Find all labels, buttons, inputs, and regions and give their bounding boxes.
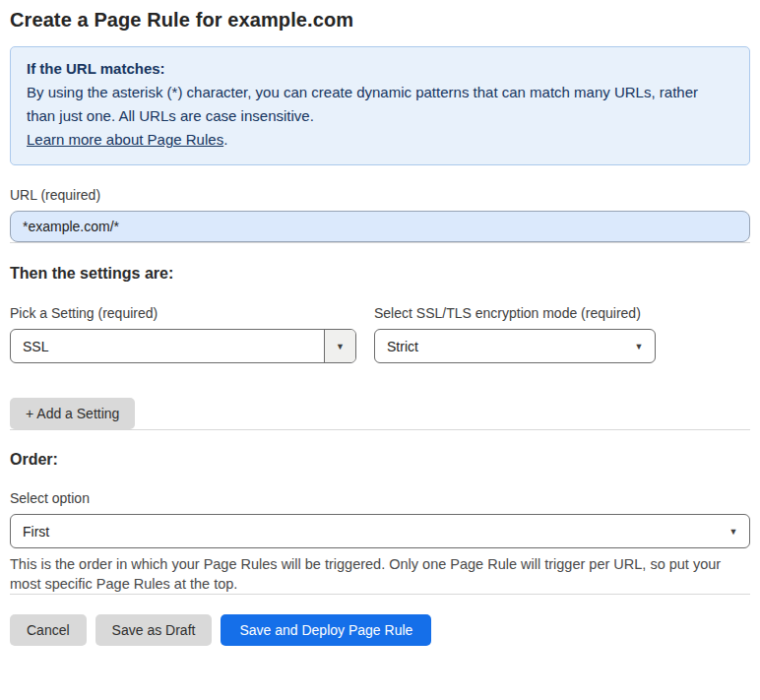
divider <box>10 429 750 430</box>
settings-selects-row: Pick a Setting (required) SSL ▼ Select S… <box>10 305 750 363</box>
ssl-mode-column: Select SSL/TLS encryption mode (required… <box>374 305 656 363</box>
chevron-down-icon: ▼ <box>718 515 749 547</box>
pick-setting-select[interactable]: SSL ▼ <box>10 329 356 363</box>
info-box-link-row: Learn more about Page Rules. <box>27 128 733 152</box>
url-match-info-box: If the URL matches: By using the asteris… <box>10 46 750 165</box>
chevron-down-icon: ▼ <box>324 330 355 362</box>
add-setting-button[interactable]: + Add a Setting <box>10 398 135 429</box>
link-suffix-period: . <box>223 131 227 148</box>
footer-actions: Cancel Save as Draft Save and Deploy Pag… <box>10 614 750 646</box>
order-select-value: First <box>11 524 718 540</box>
order-select-label: Select option <box>10 490 750 506</box>
info-box-heading: If the URL matches: <box>27 57 733 81</box>
divider <box>10 594 750 595</box>
divider <box>10 242 750 243</box>
order-select[interactable]: First ▼ <box>10 514 750 548</box>
pick-setting-value: SSL <box>11 339 324 354</box>
order-section-heading: Order: <box>10 451 750 469</box>
learn-more-link[interactable]: Learn more about Page Rules <box>27 131 223 148</box>
save-deploy-button[interactable]: Save and Deploy Page Rule <box>221 614 431 646</box>
cancel-button[interactable]: Cancel <box>10 614 87 646</box>
save-draft-button[interactable]: Save as Draft <box>95 614 213 646</box>
url-input[interactable] <box>10 211 750 242</box>
url-field-label: URL (required) <box>10 187 750 203</box>
settings-section-heading: Then the settings are: <box>10 265 750 283</box>
pick-setting-column: Pick a Setting (required) SSL ▼ <box>10 305 356 363</box>
chevron-down-icon: ▼ <box>623 330 655 362</box>
info-box-body: By using the asterisk (*) character, you… <box>27 81 721 128</box>
page-title: Create a Page Rule for example.com <box>10 9 750 32</box>
create-page-rule-form: Create a Page Rule for example.com If th… <box>0 9 760 646</box>
ssl-mode-label: Select SSL/TLS encryption mode (required… <box>374 305 656 321</box>
ssl-mode-select[interactable]: Strict ▼ <box>374 329 656 363</box>
ssl-mode-value: Strict <box>375 339 623 354</box>
pick-setting-label: Pick a Setting (required) <box>10 305 356 321</box>
order-help-text: This is the order in which your Page Rul… <box>10 554 738 594</box>
